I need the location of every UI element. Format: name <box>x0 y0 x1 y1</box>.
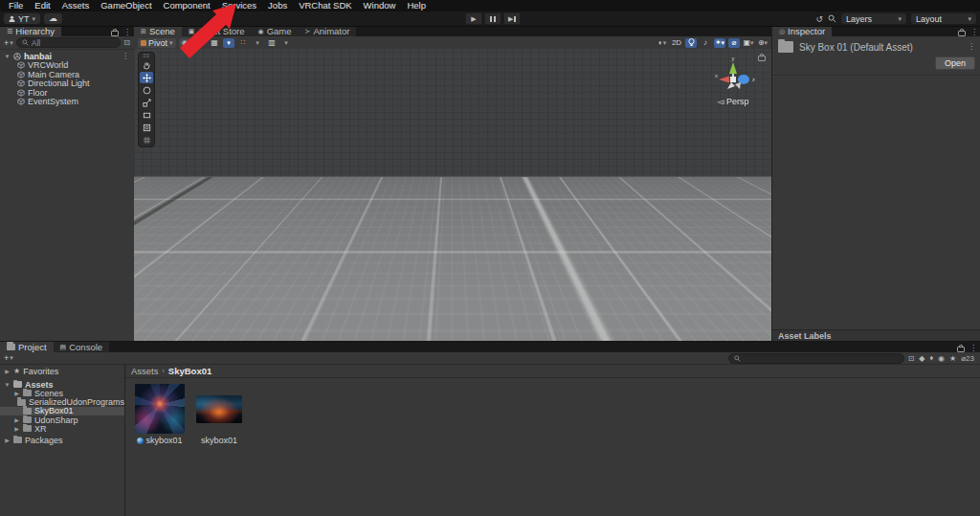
menu-services[interactable]: Services <box>216 0 262 11</box>
asset-item-skybox-material[interactable]: skybox01 <box>133 384 187 445</box>
tree-favorites[interactable]: ▶ ★ Favorites <box>0 367 124 375</box>
kebab-menu-icon[interactable]: ⋮ <box>123 29 131 36</box>
lighting-toggle[interactable] <box>685 38 697 48</box>
menu-file[interactable]: File <box>3 0 29 11</box>
tree-xr[interactable]: ▶ XR <box>0 424 124 433</box>
overlay-drag-handle[interactable]: ≡≡ <box>143 54 149 58</box>
menu-window[interactable]: Window <box>358 0 402 11</box>
move-tool-button[interactable] <box>140 72 153 83</box>
tab-game[interactable]: ◉ Game <box>252 26 299 36</box>
foldout-closed-icon[interactable]: ▶ <box>13 416 20 423</box>
gizmos-dropdown[interactable]: ⊕▾ <box>757 38 768 48</box>
2d-toggle[interactable]: 2D <box>671 38 682 48</box>
rotate-tool-button[interactable] <box>140 84 153 96</box>
search-filter-icon[interactable]: ⊡ <box>123 38 130 47</box>
kebab-menu-icon[interactable]: ⋮ <box>969 345 977 352</box>
tree-udonsharp[interactable]: ▶ UdonSharp <box>0 415 124 424</box>
rect-tool-button[interactable] <box>140 109 153 121</box>
snap-increment-dropdown[interactable]: ▾ <box>252 38 263 48</box>
search-by-type-icon[interactable]: ⊡ <box>908 354 915 363</box>
pivot-dropdown[interactable]: Pivot ▾ <box>138 38 176 48</box>
hierarchy-scene-row[interactable]: ▼ hanbai ⋮ <box>0 52 134 61</box>
menu-edit[interactable]: Edit <box>29 0 56 11</box>
step-button[interactable]: ▶ <box>503 12 521 25</box>
search-icon[interactable] <box>828 14 836 23</box>
handle-rotation-dropdown[interactable]: ◉ ▾ <box>179 38 197 48</box>
search-by-label-icon[interactable]: ⬧ <box>930 353 934 363</box>
custom-tool-button[interactable] <box>140 134 153 146</box>
kebab-menu-icon[interactable]: ⋮ <box>122 53 129 60</box>
foldout-closed-icon[interactable]: ▶ <box>13 390 20 396</box>
open-button[interactable]: Open <box>935 56 975 70</box>
save-search-star-icon[interactable]: ★ <box>949 354 956 363</box>
tab-project[interactable]: Project <box>0 342 54 352</box>
tab-inspector[interactable]: ◎ Inspector <box>772 26 832 36</box>
lock-icon[interactable] <box>958 31 966 36</box>
project-search-input[interactable] <box>728 353 904 364</box>
foldout-open-icon[interactable]: ▼ <box>4 54 11 59</box>
tab-scene[interactable]: ⊞ Scene <box>134 26 182 36</box>
info-icon[interactable]: ◉ <box>938 354 945 363</box>
hierarchy-item-eventsystem[interactable]: EventSystem <box>0 98 134 107</box>
snap-increment-icon[interactable]: ∷ <box>237 38 249 48</box>
hierarchy-search-input[interactable]: All <box>16 37 122 48</box>
grid-visibility-toggle[interactable]: ▦ <box>209 38 220 48</box>
menu-help[interactable]: Help <box>401 0 432 11</box>
transform-tool-button[interactable] <box>140 122 153 133</box>
effects-toggle[interactable]: ✶▾ <box>714 38 725 48</box>
create-add-button[interactable]: +▾ <box>4 353 13 363</box>
search-by-import-icon[interactable]: ◆ <box>919 354 924 363</box>
ai-nav-obstacles-foldout[interactable]: ▶ Obstacles <box>716 325 770 334</box>
menu-component[interactable]: Component <box>158 0 216 11</box>
kebab-menu-icon[interactable]: ⋮ <box>968 43 975 51</box>
overlay-drag-handle[interactable]: ≡ <box>716 297 720 303</box>
grid-snapping-dropdown[interactable]: ▾ <box>280 38 292 48</box>
tab-animator[interactable]: ≻ Animator <box>299 26 357 36</box>
grid-snapping-icon[interactable]: ▥ <box>266 38 278 48</box>
breadcrumb-current[interactable]: SkyBox01 <box>168 366 212 376</box>
tab-hierarchy[interactable]: ☰ Hierarchy <box>0 26 61 36</box>
breadcrumb-assets[interactable]: Assets <box>131 366 159 376</box>
menu-assets[interactable]: Assets <box>56 0 96 11</box>
tab-console[interactable]: ▤ Console <box>54 342 109 352</box>
hierarchy-item-floor[interactable]: Floor <box>0 88 134 98</box>
audio-toggle[interactable]: ♪ <box>700 38 711 48</box>
layout-dropdown[interactable]: Layout ▾ <box>911 13 976 24</box>
camera-overlay-dropdown[interactable]: ▣▾ <box>743 38 754 48</box>
layers-dropdown[interactable]: Layers ▾ <box>841 13 906 24</box>
account-button[interactable]: YT ▾ <box>4 13 40 24</box>
lock-icon[interactable] <box>957 347 965 352</box>
view-tool-button[interactable] <box>140 59 153 71</box>
play-button[interactable]: ▶ <box>465 12 482 25</box>
scene-orientation-gizmo[interactable]: y x z ◅ Persp <box>706 55 760 110</box>
asset-item-skybox-texture[interactable]: skybox01 <box>192 384 246 445</box>
projection-mode-label[interactable]: ◅ Persp <box>706 97 760 106</box>
cloud-services-button[interactable]: ☁ <box>44 13 62 24</box>
hierarchy-item-directional-light[interactable]: Directional Light <box>0 79 134 89</box>
lock-icon[interactable] <box>111 31 119 36</box>
ai-nav-surfaces-foldout[interactable]: ▶ Surfaces <box>716 306 770 316</box>
create-add-button[interactable]: +▾ <box>4 38 13 48</box>
foldout-open-icon[interactable]: ▼ <box>4 382 11 388</box>
lock-icon[interactable] <box>758 56 766 61</box>
scene-viewport[interactable]: Udon Udon ≡≡ <box>134 49 771 341</box>
menu-jobs[interactable]: Jobs <box>262 0 293 11</box>
menu-gameobject[interactable]: GameObject <box>95 0 157 11</box>
hierarchy-item-vrcworld[interactable]: VRCWorld <box>0 61 134 71</box>
kebab-menu-icon[interactable]: ⋮ <box>970 29 978 36</box>
hierarchy-item-main-camera[interactable]: Main Camera <box>0 70 134 79</box>
ai-nav-agents-foldout[interactable]: ▶ Agents <box>716 315 770 325</box>
draw-mode-dropdown[interactable]: ◐▾ <box>657 38 668 48</box>
asset-labels-bar[interactable]: Asset Labels <box>772 329 980 341</box>
hidden-objects-toggle[interactable]: ⌀ <box>728 38 740 48</box>
undo-history-icon[interactable]: ↺ <box>815 14 823 24</box>
grid-visibility-dropdown[interactable]: ▾ <box>223 38 234 48</box>
foldout-closed-icon[interactable]: ▶ <box>4 368 11 374</box>
scale-tool-button[interactable] <box>140 97 153 108</box>
tree-packages[interactable]: ▶ Packages <box>0 436 124 444</box>
foldout-closed-icon[interactable]: ▶ <box>4 437 11 443</box>
hidden-packages-toggle[interactable]: ⌀23 <box>961 354 974 363</box>
menu-vrchat-sdk[interactable]: VRChat SDK <box>293 0 357 11</box>
tab-asset-store[interactable]: ▣ Asset Store <box>182 26 252 36</box>
foldout-closed-icon[interactable]: ▶ <box>13 425 20 432</box>
